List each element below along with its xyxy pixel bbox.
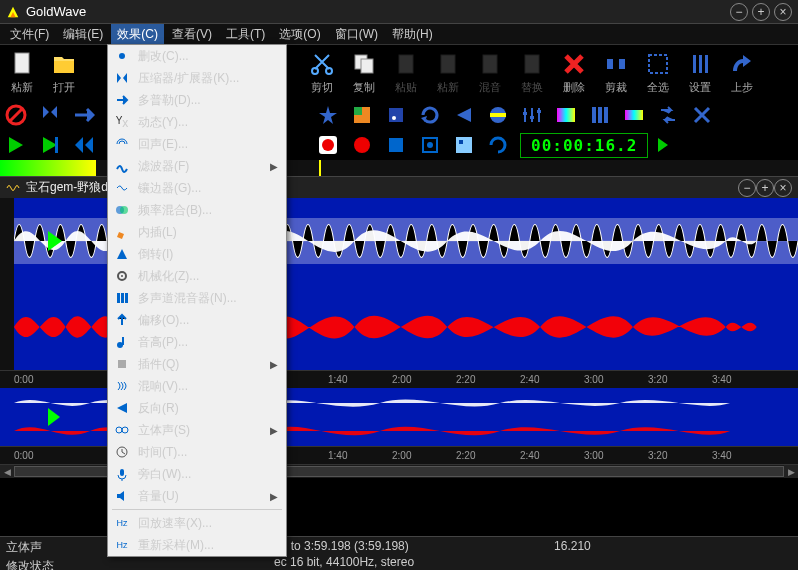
effect-note-icon[interactable] (384, 103, 408, 127)
menu-item-stereo[interactable]: 立体声(S)▶ (108, 419, 286, 441)
menu-bar: 文件(F) 编辑(E) 效果(C) 查看(V) 工具(T) 选项(O) 窗口(W… (0, 24, 798, 44)
menu-item-dynamics[interactable]: Yx动态(Y)... (108, 111, 286, 133)
svg-point-37 (427, 142, 433, 148)
submenu-arrow-icon: ▶ (270, 161, 278, 172)
loop-button[interactable] (418, 133, 442, 157)
menu-item-flanger[interactable]: 镶边器(G)... (108, 177, 286, 199)
play-button[interactable] (4, 133, 28, 157)
record2-button[interactable] (350, 133, 374, 157)
doc-minimize-button[interactable]: − (738, 179, 756, 197)
doc-maximize-button[interactable]: + (756, 179, 774, 197)
menu-item-filter[interactable]: 滤波器(F)▶ (108, 155, 286, 177)
paste-button[interactable]: 粘贴 (388, 48, 424, 98)
echo-icon (115, 137, 129, 151)
menu-item-offset[interactable]: 偏移(O)... (108, 309, 286, 331)
svg-rect-11 (649, 55, 667, 73)
effect-cross-icon[interactable] (690, 103, 714, 127)
minimize-button[interactable]: − (730, 3, 748, 21)
effect-spectrum-icon[interactable] (554, 103, 578, 127)
menu-item-mechanize[interactable]: 机械化(Z)... (108, 265, 286, 287)
menu-item-pitch[interactable]: 音高(P)... (108, 331, 286, 353)
menu-tool[interactable]: 工具(T) (220, 24, 271, 45)
svg-rect-6 (441, 55, 455, 73)
menu-file[interactable]: 文件(F) (4, 24, 55, 45)
effect-swap-icon[interactable] (656, 103, 680, 127)
svg-rect-18 (354, 107, 362, 115)
overview-playhead-icon[interactable] (48, 408, 60, 426)
menu-item-doppler[interactable]: 多普勒(D)... (108, 89, 286, 111)
menu-item-interpolate[interactable]: 内插(L) (108, 221, 286, 243)
menu-window[interactable]: 窗口(W) (329, 24, 384, 45)
scroll-right-button[interactable]: ▶ (784, 465, 798, 478)
effect-eq-icon[interactable] (520, 103, 544, 127)
rewind-button[interactable] (72, 133, 96, 157)
selectall-button[interactable]: 全选 (640, 48, 676, 98)
menu-effect[interactable]: 效果(C) (111, 24, 164, 45)
svg-rect-5 (399, 55, 413, 73)
menu-item-multichannel[interactable]: 多声道混音器(N)... (108, 287, 286, 309)
menu-help[interactable]: 帮助(H) (386, 24, 439, 45)
cancel-icon[interactable] (4, 103, 28, 127)
effect-rainbow-icon[interactable] (622, 103, 646, 127)
scroll-left-button[interactable]: ◀ (0, 465, 14, 478)
record-button[interactable] (316, 133, 340, 157)
doppler-icon[interactable] (72, 103, 96, 127)
submenu-arrow-icon: ▶ (270, 359, 278, 370)
mic-icon (115, 467, 129, 481)
menu-item-compressor[interactable]: 压缩器/扩展器(K)... (108, 67, 286, 89)
plugin-icon (115, 357, 129, 371)
effect-star-icon[interactable] (316, 103, 340, 127)
open-button[interactable]: 打开 (46, 48, 82, 98)
effect-left-icon[interactable] (452, 103, 476, 127)
effect-rotate-icon[interactable] (418, 103, 442, 127)
undo-button[interactable]: 上步 (724, 48, 760, 98)
settings-button[interactable]: 设置 (682, 48, 718, 98)
close-button[interactable]: × (774, 3, 792, 21)
menu-item-echo[interactable]: 回声(E)... (108, 133, 286, 155)
stop-button[interactable] (384, 133, 408, 157)
status-format: ec 16 bit, 44100Hz, stereo (274, 555, 414, 569)
mix-button[interactable]: 混音 (472, 48, 508, 98)
menu-item-invert[interactable]: 倒转(I) (108, 243, 286, 265)
menu-item-playbackrate[interactable]: Hz回放速率(X)... (108, 512, 286, 534)
menu-item-time[interactable]: 时间(T)... (108, 441, 286, 463)
menu-view[interactable]: 查看(V) (166, 24, 218, 45)
cut-button[interactable]: 剪切 (304, 48, 340, 98)
status-position: 16.210 (554, 539, 591, 553)
menu-item-voiceover[interactable]: 旁白(W)... (108, 463, 286, 485)
effect-columns-icon[interactable] (588, 103, 612, 127)
trim-button[interactable]: 剪裁 (598, 48, 634, 98)
new-button[interactable]: 粘新 (4, 48, 40, 98)
menu-item-freqblend[interactable]: 频率混合(B)... (108, 199, 286, 221)
play-selection-button[interactable] (38, 133, 62, 157)
svg-point-1 (312, 68, 318, 74)
reverb-icon (115, 379, 129, 393)
menu-edit[interactable]: 编辑(E) (57, 24, 109, 45)
effect-circle-icon[interactable] (486, 103, 510, 127)
arrow-right-icon (115, 93, 129, 107)
replace-button[interactable]: 替换 (514, 48, 550, 98)
menu-item-reverse[interactable]: 反向(R) (108, 397, 286, 419)
menu-item-resample[interactable]: Hz重新采样(M)... (108, 534, 286, 556)
delete-x-icon (561, 51, 587, 77)
pencil-icon (115, 225, 129, 239)
paste-new-button[interactable]: 粘新 (430, 48, 466, 98)
maximize-button[interactable]: + (752, 3, 770, 21)
copy-button[interactable]: 复制 (346, 48, 382, 98)
link-button[interactable] (486, 133, 510, 157)
menu-option[interactable]: 选项(O) (273, 24, 326, 45)
replace-icon (519, 51, 545, 77)
svg-rect-4 (361, 59, 373, 73)
menu-item-volume[interactable]: 音量(U)▶ (108, 485, 286, 507)
offset-icon (115, 313, 129, 327)
effect-cube-icon[interactable] (350, 103, 374, 127)
compress-icon[interactable] (38, 103, 62, 127)
doc-close-button[interactable]: × (774, 179, 792, 197)
delete-button[interactable]: 删除 (556, 48, 592, 98)
config-button[interactable] (452, 133, 476, 157)
menu-item-censor[interactable]: 删改(C)... (108, 45, 286, 67)
svg-rect-49 (117, 293, 120, 303)
svg-rect-12 (693, 55, 696, 73)
menu-item-reverb[interactable]: 混响(V)... (108, 375, 286, 397)
svg-rect-24 (530, 116, 534, 119)
